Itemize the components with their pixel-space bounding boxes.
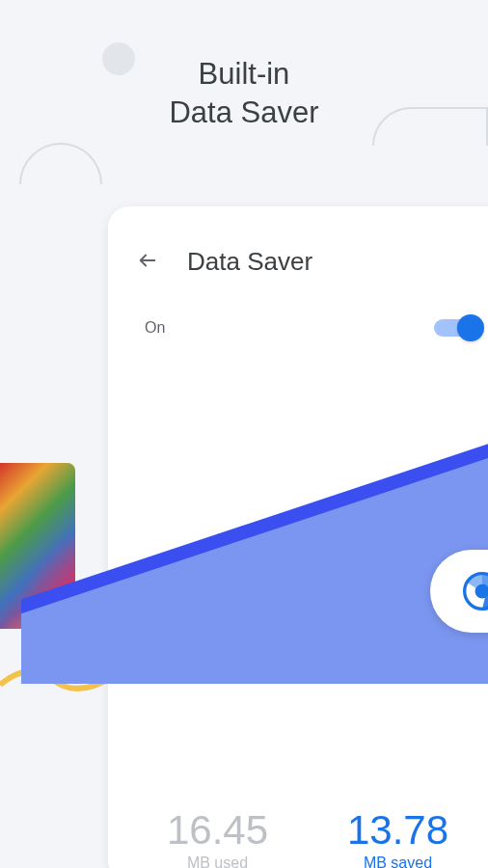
toggle-row: On (108, 296, 488, 360)
stat-saved: 13.78 MB saved (308, 810, 488, 868)
heading-line-1: Built-in (0, 55, 488, 94)
chrome-icon (463, 572, 488, 610)
card-header: Data Saver (108, 206, 488, 296)
stat-saved-label: MB saved (308, 854, 488, 868)
heading-line-2: Data Saver (0, 94, 488, 132)
toggle-label: On (145, 319, 165, 337)
data-saver-card: Data Saver On 16.45 MB used (108, 206, 488, 868)
stats-row: 16.45 MB used 13.78 MB saved (108, 810, 488, 868)
usage-chart (21, 356, 488, 684)
data-saver-toggle[interactable] (434, 319, 478, 337)
stat-used-value: 16.45 (127, 810, 308, 851)
stat-saved-value: 13.78 (308, 810, 488, 851)
stat-used-label: MB used (127, 854, 308, 868)
decorative-cloud (19, 143, 102, 184)
stat-used: 16.45 MB used (127, 810, 308, 868)
card-title: Data Saver (187, 247, 312, 277)
page-heading: Built-in Data Saver (0, 55, 488, 133)
back-arrow-icon[interactable] (137, 250, 158, 275)
